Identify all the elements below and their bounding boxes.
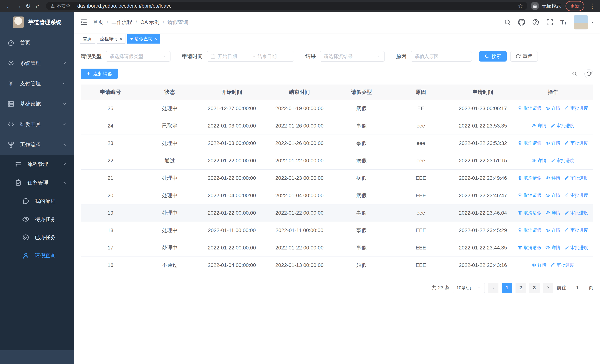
user-icon [22, 252, 29, 259]
sidebar-item-home[interactable]: 首页 [0, 33, 74, 53]
action-cancel-link[interactable]: 取消请假 [518, 227, 542, 233]
user-menu[interactable] [574, 15, 594, 29]
close-icon[interactable]: × [120, 36, 122, 41]
action-progress-link[interactable]: 审批进度 [564, 227, 588, 233]
action-cancel-link[interactable]: 取消请假 [518, 245, 542, 251]
eye-icon [545, 193, 550, 197]
help-icon[interactable] [532, 19, 539, 26]
browser-reload-button[interactable]: ↻ [23, 1, 33, 11]
action-progress-link[interactable]: 审批进度 [564, 192, 588, 198]
security-label[interactable]: 不安全 [56, 3, 70, 9]
sidebar-item-todo-tasks[interactable]: 待办任务 [0, 210, 74, 228]
breadcrumb-item-leave-query: 请假查询 [168, 19, 188, 26]
page-button-1[interactable]: 1 [502, 283, 512, 293]
table-row: 22通过2022-01-22 00:00:002022-01-22 00:00:… [81, 152, 593, 169]
cell-reason: EEE [388, 239, 453, 257]
breadcrumb-item-home[interactable]: 首页 [93, 19, 103, 26]
goto-page-input[interactable] [570, 283, 585, 293]
action-progress-link[interactable]: 审批进度 [551, 158, 574, 163]
tab-process-detail[interactable]: 流程详情 × [97, 34, 125, 44]
action-detail-link[interactable]: 详情 [545, 210, 560, 216]
app-logo-row[interactable]: 芋道管理系统 [0, 12, 74, 33]
action-detail-link[interactable]: 详情 [545, 175, 560, 181]
action-detail-link[interactable]: 详情 [545, 192, 560, 198]
cell-apply-time: 2022-01-22 23:51:15 [453, 152, 513, 169]
cell-end-time: 2022-01-22 00:00:00 [264, 152, 335, 169]
url-text[interactable]: dashboard.yudao.iocoder.cn/bpm/oa/leave [77, 3, 518, 9]
cell-end-time: 2022-01-19 00:00:00 [264, 100, 335, 117]
column-header-id: 申请编号 [81, 84, 140, 100]
reason-input[interactable] [411, 51, 472, 62]
browser-back-button[interactable]: ← [4, 1, 14, 11]
sidebar-item-payment[interactable]: ¥ 支付管理 [0, 73, 74, 94]
search-icon[interactable] [504, 19, 511, 26]
browser-forward-button[interactable]: → [14, 1, 23, 11]
table-row: 24已取消2022-01-03 00:00:002022-01-26 00:00… [81, 117, 593, 135]
action-detail-link[interactable]: 详情 [532, 123, 546, 129]
sidebar-toggle-icon[interactable] [80, 18, 88, 26]
action-progress-link[interactable]: 审批进度 [564, 175, 588, 181]
page-button-2[interactable]: 2 [516, 283, 526, 293]
refresh-table-button[interactable] [584, 69, 593, 78]
search-button[interactable]: 搜索 [479, 51, 506, 62]
date-range-picker[interactable]: 开始日期 - 结束日期 [207, 51, 294, 62]
clipboard-icon [15, 179, 22, 186]
action-progress-link[interactable]: 审批进度 [551, 262, 574, 268]
sidebar-item-workflow[interactable]: 工作流程 [0, 135, 74, 155]
sidebar-item-done-tasks[interactable]: 已办任务 [0, 228, 74, 246]
eye-icon [532, 158, 536, 163]
page-size-select[interactable]: 10条/页 [453, 283, 485, 293]
fullscreen-icon[interactable] [546, 19, 553, 26]
action-progress-link[interactable]: 审批进度 [564, 210, 588, 216]
update-button[interactable]: 更新 [565, 1, 584, 11]
action-cancel-link[interactable]: 取消请假 [518, 140, 542, 146]
bookmark-star-icon[interactable]: ☆ [518, 3, 523, 9]
action-progress-link[interactable]: 审批进度 [564, 140, 588, 146]
sidebar-item-task-management[interactable]: 任务管理 [0, 173, 74, 192]
close-icon[interactable]: × [154, 36, 157, 41]
tab-leave-query[interactable]: 请假查询 × [127, 34, 160, 44]
chevron-down-icon [162, 54, 167, 59]
sidebar-item-system[interactable]: 系统管理 [0, 53, 74, 73]
action-detail-link[interactable]: 详情 [545, 105, 560, 111]
reset-button[interactable]: 重置 [510, 51, 538, 62]
prev-page-button[interactable] [488, 283, 498, 293]
action-progress-link[interactable]: 审批进度 [564, 105, 588, 111]
cell-operations: 取消请假详情审批进度 [513, 100, 593, 117]
toggle-search-button[interactable] [570, 69, 579, 78]
result-select[interactable]: 请选择流结果 [320, 51, 385, 62]
action-detail-link[interactable]: 详情 [532, 262, 546, 268]
tab-home[interactable]: 首页 [80, 34, 95, 44]
page-button-3[interactable]: 3 [529, 283, 540, 293]
sidebar-item-process-management[interactable]: 流程管理 [0, 155, 74, 173]
action-detail-link[interactable]: 详情 [532, 158, 546, 163]
github-icon[interactable] [518, 19, 525, 26]
browser-menu-button[interactable]: ⋮ [589, 2, 596, 10]
edit-icon [564, 245, 569, 250]
address-bar[interactable]: ⚠ 不安全 dashboard.yudao.iocoder.cn/bpm/oa/… [46, 2, 527, 10]
table-row: 19处理中2022-01-22 00:00:002022-01-22 00:00… [81, 204, 593, 222]
action-cancel-link[interactable]: 取消请假 [518, 210, 542, 216]
next-page-button[interactable] [543, 283, 553, 293]
sidebar-item-my-process[interactable]: 我的流程 [0, 192, 74, 210]
cell-id: 18 [81, 222, 140, 239]
action-detail-link[interactable]: 详情 [545, 140, 560, 146]
action-progress-link[interactable]: 审批进度 [564, 245, 588, 251]
action-detail-link[interactable]: 详情 [545, 227, 560, 233]
action-cancel-link[interactable]: 取消请假 [518, 192, 542, 198]
cell-start-time: 2022-01-04 00:00:00 [199, 187, 264, 204]
action-cancel-link[interactable]: 取消请假 [518, 175, 542, 181]
action-detail-link[interactable]: 详情 [545, 245, 560, 251]
leave-type-select[interactable]: 请选择请假类型 [106, 51, 170, 62]
action-progress-link[interactable]: 审批进度 [551, 123, 574, 129]
create-leave-button[interactable]: 发起请假 [81, 69, 118, 79]
avatar[interactable] [574, 15, 588, 29]
browser-home-button[interactable]: ⌂ [33, 1, 43, 11]
action-cancel-link[interactable]: 取消请假 [518, 105, 542, 111]
chevron-down-icon [62, 61, 67, 65]
font-size-icon[interactable]: TT [560, 19, 567, 25]
sidebar-item-devtools[interactable]: 研发工具 [0, 114, 74, 135]
sidebar-item-infrastructure[interactable]: 基础设施 [0, 94, 74, 114]
sidebar-item-leave-query[interactable]: 请假查询 [0, 246, 74, 265]
apply-time-label: 申请时间 [182, 53, 203, 60]
